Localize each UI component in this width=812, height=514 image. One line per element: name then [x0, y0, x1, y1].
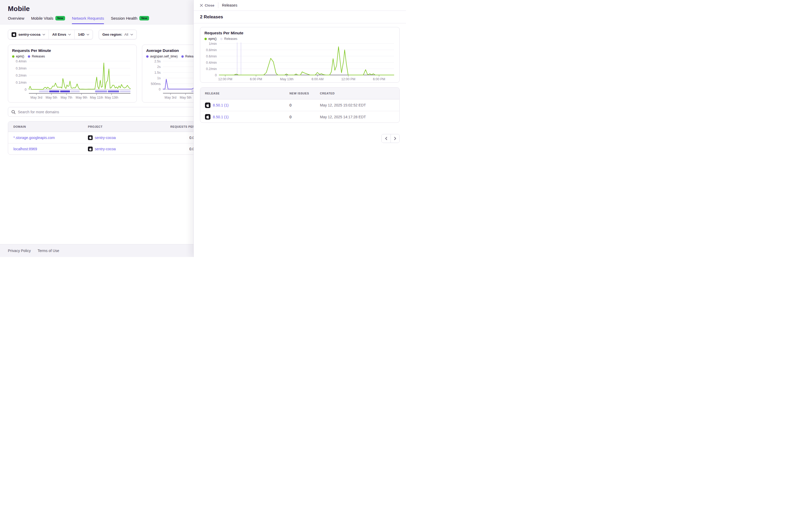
svg-text:May 7th: May 7th	[61, 96, 72, 99]
close-button[interactable]: Close	[200, 3, 214, 7]
requests-per-minute-card: Requests Per Minute epm() Releases 0.4/m…	[8, 44, 137, 102]
legend-dot	[12, 55, 14, 58]
terms-of-use-link[interactable]: Terms of Use	[37, 249, 59, 253]
svg-text:May 5th: May 5th	[180, 96, 192, 99]
environment-filter[interactable]: All Envs	[49, 30, 74, 39]
releases-count-heading: 2 Releases	[200, 14, 400, 20]
svg-text:500ms: 500ms	[151, 82, 161, 86]
releases-panel: Close Releases 2 Releases Requests Per M…	[194, 0, 406, 257]
chart-legend: epm() Releases	[204, 37, 395, 41]
project-link[interactable]: sentry-cocoa	[95, 135, 116, 140]
svg-text:0.2/min: 0.2/min	[16, 74, 27, 78]
svg-text:6:00 PM: 6:00 PM	[373, 78, 385, 81]
tab-session-health[interactable]: Session Health New	[111, 16, 149, 24]
svg-text:2.5s: 2.5s	[154, 60, 161, 63]
date-range-filter[interactable]: 14D	[74, 30, 93, 39]
domain-link[interactable]: *.storage.googleapis.com	[13, 135, 55, 140]
table-row: *.storage.googleapis.com sentry-cocoa 0.…	[8, 132, 199, 143]
svg-text:6:00 PM: 6:00 PM	[250, 78, 262, 81]
svg-text:0.4/min: 0.4/min	[16, 60, 27, 63]
requests-per-minute-chart[interactable]: 0.4/min0.3/min0.2/min0.1/min0May 3rdMay …	[12, 59, 133, 100]
chevron-down-icon	[87, 34, 89, 35]
legend-item-epm[interactable]: epm()	[204, 37, 216, 41]
geo-region-value: All	[124, 32, 128, 36]
divider	[218, 2, 219, 8]
svg-text:6:00 AM: 6:00 AM	[312, 78, 324, 81]
domains-table-header: Domain Project Requests Per Minute	[8, 121, 199, 132]
geo-region-label: Geo region:	[103, 32, 122, 36]
close-icon	[200, 4, 203, 7]
environment-filter-value: All Envs	[52, 32, 66, 36]
chevron-down-icon	[130, 34, 133, 35]
svg-text:0: 0	[215, 73, 217, 77]
panel-requests-per-minute-card: Requests Per Minute epm() Releases 1/min…	[200, 27, 400, 83]
table-row: localhost:8969 sentry-cocoa 0.0	[8, 143, 199, 154]
app-screen: Mobile Overview Mobile Vitals New Networ…	[0, 0, 406, 257]
svg-text:1s: 1s	[157, 76, 161, 80]
chart-title: Requests Per Minute	[204, 31, 395, 35]
table-row: 8.50.1 (1) 0 May 12, 2025 15:02:52 EDT	[200, 99, 400, 111]
svg-text:0: 0	[159, 88, 161, 91]
release-link[interactable]: 8.50.1 (1)	[213, 103, 229, 107]
new-badge: New	[139, 16, 149, 21]
table-row: 8.50.1 (1) 0 May 12, 2025 14:17:28 EDT	[200, 111, 400, 122]
project-filter-value: sentry-cocoa	[18, 32, 40, 36]
panel-title: Releases	[222, 3, 237, 7]
panel-header: Close Releases	[194, 0, 406, 11]
svg-text:12:00 PM: 12:00 PM	[341, 78, 355, 81]
search-icon	[11, 110, 16, 114]
col-created: Created	[315, 92, 400, 95]
legend-item-avg-duration[interactable]: avg(span.self_time)	[146, 55, 178, 58]
domain-link[interactable]: localhost:8969	[13, 147, 37, 151]
panel-heading-row: 2 Releases	[194, 11, 406, 23]
legend-item-releases[interactable]: Releases	[220, 37, 237, 41]
apple-icon	[11, 32, 16, 37]
svg-text:0.4/min: 0.4/min	[206, 61, 217, 64]
new-issues-value: 0	[285, 115, 315, 119]
svg-text:2s: 2s	[157, 65, 161, 69]
svg-text:May 3rd: May 3rd	[30, 96, 42, 99]
legend-dot	[146, 55, 149, 58]
svg-text:May 13th: May 13th	[105, 96, 118, 99]
date-range-value: 14D	[78, 32, 85, 36]
domain-search	[8, 107, 199, 117]
svg-text:0.3/min: 0.3/min	[16, 67, 27, 70]
chevron-down-icon	[42, 34, 45, 35]
svg-text:0: 0	[25, 88, 27, 92]
legend-item-releases[interactable]: Releases	[28, 55, 45, 58]
col-new-issues: New Issues	[285, 92, 315, 95]
svg-text:May 5th: May 5th	[46, 96, 57, 99]
search-input[interactable]	[18, 110, 196, 114]
previous-page-button[interactable]	[382, 134, 390, 143]
tab-network-requests[interactable]: Network Requests	[72, 16, 104, 24]
legend-dot	[181, 55, 184, 58]
project-link[interactable]: sentry-cocoa	[95, 147, 116, 151]
geo-filter-group: Geo region: All	[99, 30, 137, 39]
col-release: Release	[200, 92, 285, 95]
legend-item-epm[interactable]: epm()	[12, 55, 24, 58]
legend-dot	[220, 38, 223, 40]
release-link[interactable]: 8.50.1 (1)	[213, 115, 229, 119]
created-value: May 12, 2025 14:17:28 EDT	[315, 115, 400, 119]
tab-mobile-vitals[interactable]: Mobile Vitals New	[31, 16, 65, 24]
created-value: May 12, 2025 15:02:52 EDT	[315, 103, 400, 107]
project-filter[interactable]: sentry-cocoa	[8, 30, 49, 39]
geo-region-filter[interactable]: Geo region: All	[99, 30, 137, 39]
svg-text:0.1/min: 0.1/min	[16, 81, 27, 85]
chart-legend: epm() Releases	[12, 55, 133, 58]
svg-text:0.8/min: 0.8/min	[206, 48, 217, 52]
tab-mobile-vitals-label: Mobile Vitals	[31, 16, 54, 21]
svg-text:May 11th: May 11th	[90, 96, 103, 99]
next-page-button[interactable]	[390, 134, 400, 143]
domains-table: Domain Project Requests Per Minute *.sto…	[8, 121, 199, 155]
releases-table: Release New Issues Created 8.50.1 (1) 0 …	[200, 87, 400, 123]
svg-text:May 13th: May 13th	[280, 78, 293, 81]
new-issues-value: 0	[285, 103, 315, 107]
svg-text:May 9th: May 9th	[76, 96, 87, 99]
privacy-policy-link[interactable]: Privacy Policy	[8, 249, 31, 253]
filter-bar: sentry-cocoa All Envs 14D Geo region: Al…	[8, 30, 137, 39]
tab-overview[interactable]: Overview	[8, 16, 24, 24]
tab-session-health-label: Session Health	[111, 16, 137, 21]
panel-requests-per-minute-chart[interactable]: 1/min0.8/min0.6/min0.4/min0.2/min012:00 …	[204, 41, 396, 82]
legend-dot	[204, 38, 207, 40]
